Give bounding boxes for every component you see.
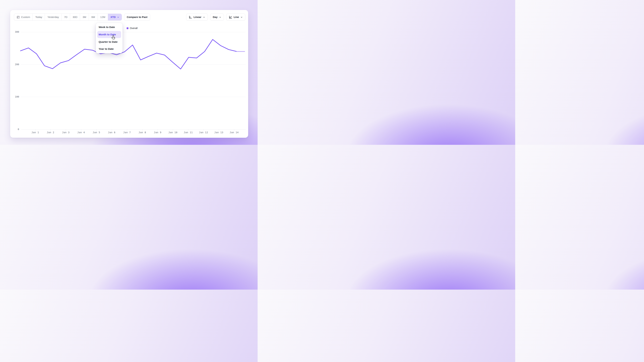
overall-line-series	[20, 39, 237, 69]
menu-item-quarter-to-date[interactable]: Quarter to Date	[96, 38, 122, 45]
menu-item-label: Month to Date	[98, 33, 116, 36]
chart-plot-area[interactable]	[10, 10, 248, 138]
chart-card: CustomTodayYesterday7D30D3M6M12MXTD Comp…	[10, 10, 248, 138]
menu-item-month-to-date[interactable]: Month to Date	[97, 31, 121, 38]
menu-item-label: Quarter to Date	[98, 40, 118, 43]
menu-item-label: Year to Date	[98, 47, 114, 50]
xtd-dropdown-menu: Week to DateMonth to DateQuarter to Date…	[96, 23, 122, 53]
menu-item-label: Week to Date	[98, 26, 115, 29]
page-background: CustomTodayYesterday7D30D3M6M12MXTD Comp…	[0, 0, 258, 145]
menu-item-year-to-date[interactable]: Year to Date	[96, 45, 122, 52]
menu-item-week-to-date[interactable]: Week to Date	[96, 24, 122, 31]
